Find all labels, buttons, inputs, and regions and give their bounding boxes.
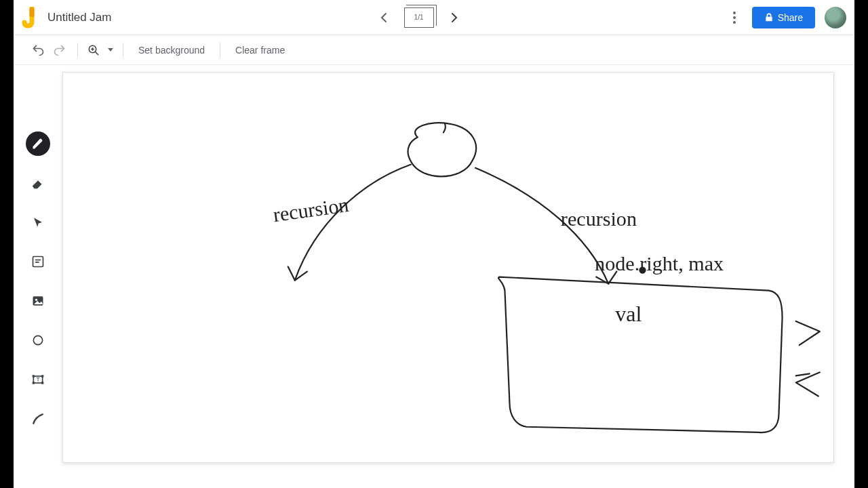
frame-count-label: 1/1 xyxy=(414,14,424,21)
more-options-button[interactable] xyxy=(726,9,743,26)
pen-tool[interactable] xyxy=(26,131,50,156)
svg-rect-15 xyxy=(33,375,35,377)
zoom-icon xyxy=(87,44,100,56)
toolbar-divider-2 xyxy=(123,43,123,58)
circle-icon xyxy=(31,333,45,347)
svg-point-12 xyxy=(35,299,37,301)
image-tool[interactable] xyxy=(26,289,50,313)
workspace: T xyxy=(14,65,854,488)
laser-icon xyxy=(31,412,45,426)
canvas-container: recursion recursion node.right, max val xyxy=(62,65,854,488)
toolbar-divider xyxy=(77,43,78,58)
clear-frame-button[interactable]: Clear frame xyxy=(230,42,290,58)
undo-button[interactable] xyxy=(30,42,46,58)
header-bar: Untitled Jam 1/1 Share xyxy=(14,0,854,35)
chevron-down-icon xyxy=(108,48,113,52)
action-toolbar: Set background Clear frame xyxy=(14,35,854,65)
select-tool[interactable] xyxy=(26,210,50,235)
share-button[interactable]: Share xyxy=(752,7,815,28)
laser-tool[interactable] xyxy=(26,407,50,431)
set-background-button[interactable]: Set background xyxy=(133,42,210,58)
svg-rect-18 xyxy=(41,382,43,384)
window-black-border-right xyxy=(854,0,868,488)
drawing-canvas[interactable]: recursion recursion node.right, max val xyxy=(62,72,834,463)
image-icon xyxy=(31,294,45,308)
frame-indicator[interactable]: 1/1 xyxy=(404,7,434,28)
next-frame-button[interactable] xyxy=(446,9,462,26)
svg-text:T: T xyxy=(36,376,39,383)
lock-icon xyxy=(764,13,774,22)
tool-rail: T xyxy=(26,126,50,436)
document-title[interactable]: Untitled Jam xyxy=(47,11,111,24)
svg-point-2 xyxy=(733,16,736,19)
svg-rect-17 xyxy=(33,382,35,384)
window-black-border-left xyxy=(0,0,14,488)
sticky-note-icon xyxy=(31,255,45,268)
svg-point-3 xyxy=(733,21,736,24)
sketch-label-box: val xyxy=(615,302,642,326)
sketch-label-right-2: node.right, max xyxy=(595,252,724,275)
redo-button[interactable] xyxy=(52,42,68,58)
cursor-icon xyxy=(32,216,44,228)
sketch-content: recursion recursion node.right, max val xyxy=(63,73,833,463)
eraser-icon xyxy=(31,176,45,190)
eraser-tool[interactable] xyxy=(26,171,50,195)
svg-line-5 xyxy=(95,52,98,55)
shape-tool[interactable] xyxy=(26,328,50,352)
svg-point-1 xyxy=(733,12,736,14)
sketch-label-left: recursion xyxy=(271,193,350,226)
zoom-control[interactable] xyxy=(87,44,113,56)
toolbar-divider-3 xyxy=(220,43,220,58)
textbox-tool[interactable]: T xyxy=(26,367,50,392)
header-actions: Share xyxy=(726,7,846,28)
svg-rect-0 xyxy=(30,7,35,17)
frame-nav: 1/1 xyxy=(111,7,726,28)
textbox-icon: T xyxy=(31,373,45,386)
jamboard-app: Untitled Jam 1/1 Share xyxy=(14,0,854,488)
sticky-note-tool[interactable] xyxy=(26,249,50,274)
share-label: Share xyxy=(778,12,803,23)
tool-sidebar: T xyxy=(14,65,62,488)
svg-rect-16 xyxy=(41,375,43,377)
user-avatar[interactable] xyxy=(825,7,846,28)
jamboard-logo-icon[interactable] xyxy=(22,7,39,28)
sketch-label-right-1: recursion xyxy=(561,207,637,230)
prev-frame-button[interactable] xyxy=(376,9,392,26)
pen-icon xyxy=(31,137,45,150)
svg-point-13 xyxy=(33,336,42,344)
